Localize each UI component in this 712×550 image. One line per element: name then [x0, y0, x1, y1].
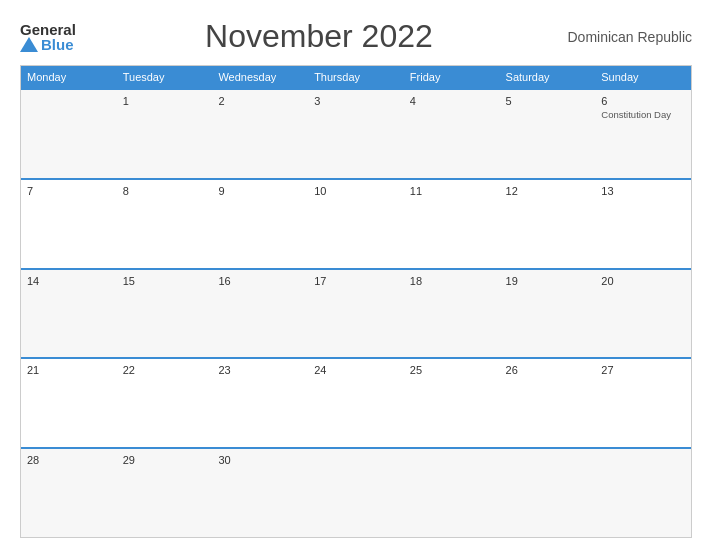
cell-w1-d4: 3: [308, 90, 404, 178]
day-number: 8: [123, 185, 207, 197]
week-4: 21222324252627: [21, 357, 691, 447]
day-number: 26: [506, 364, 590, 376]
day-number: 22: [123, 364, 207, 376]
col-friday: Friday: [404, 66, 500, 88]
country-label: Dominican Republic: [562, 29, 692, 45]
cell-w2-d7: 13: [595, 180, 691, 268]
day-number: 3: [314, 95, 398, 107]
cell-w1-d5: 4: [404, 90, 500, 178]
day-number: 25: [410, 364, 494, 376]
logo-blue-text: Blue: [41, 37, 74, 52]
col-monday: Monday: [21, 66, 117, 88]
header: General Blue November 2022 Dominican Rep…: [20, 18, 692, 55]
cell-w3-d1: 14: [21, 270, 117, 358]
logo-triangle-icon: [20, 37, 38, 52]
cell-w4-d1: 21: [21, 359, 117, 447]
logo-general-text: General: [20, 22, 76, 37]
day-number: 9: [218, 185, 302, 197]
day-number: 10: [314, 185, 398, 197]
col-tuesday: Tuesday: [117, 66, 213, 88]
cell-w3-d3: 16: [212, 270, 308, 358]
calendar-title: November 2022: [76, 18, 562, 55]
col-wednesday: Wednesday: [212, 66, 308, 88]
cell-w2-d6: 12: [500, 180, 596, 268]
day-number: 19: [506, 275, 590, 287]
cell-w3-d7: 20: [595, 270, 691, 358]
cell-w5-d6: [500, 449, 596, 537]
day-number: 15: [123, 275, 207, 287]
cell-w3-d4: 17: [308, 270, 404, 358]
cell-w2-d4: 10: [308, 180, 404, 268]
cell-w5-d5: [404, 449, 500, 537]
col-thursday: Thursday: [308, 66, 404, 88]
week-3: 14151617181920: [21, 268, 691, 358]
day-number: 11: [410, 185, 494, 197]
page: General Blue November 2022 Dominican Rep…: [0, 0, 712, 550]
day-number: 18: [410, 275, 494, 287]
cell-w2-d2: 8: [117, 180, 213, 268]
cell-w5-d4: [308, 449, 404, 537]
day-number: 5: [506, 95, 590, 107]
calendar-body: 123456Constitution Day789101112131415161…: [21, 88, 691, 537]
day-number: 23: [218, 364, 302, 376]
cell-w4-d3: 23: [212, 359, 308, 447]
logo: General Blue: [20, 22, 76, 52]
cell-w4-d4: 24: [308, 359, 404, 447]
day-number: 16: [218, 275, 302, 287]
cell-w5-d3: 30: [212, 449, 308, 537]
day-number: 21: [27, 364, 111, 376]
day-number: 1: [123, 95, 207, 107]
day-number: 24: [314, 364, 398, 376]
cell-w3-d2: 15: [117, 270, 213, 358]
day-number: 4: [410, 95, 494, 107]
cell-w5-d1: 28: [21, 449, 117, 537]
cell-w4-d6: 26: [500, 359, 596, 447]
cell-w4-d2: 22: [117, 359, 213, 447]
cell-w5-d2: 29: [117, 449, 213, 537]
week-1: 123456Constitution Day: [21, 88, 691, 178]
week-2: 78910111213: [21, 178, 691, 268]
cell-w5-d7: [595, 449, 691, 537]
logo-blue-row: Blue: [20, 37, 76, 52]
day-number: 13: [601, 185, 685, 197]
day-number: 29: [123, 454, 207, 466]
day-number: 12: [506, 185, 590, 197]
cell-w1-d6: 5: [500, 90, 596, 178]
calendar: Monday Tuesday Wednesday Thursday Friday…: [20, 65, 692, 538]
col-sunday: Sunday: [595, 66, 691, 88]
day-number: 30: [218, 454, 302, 466]
cell-w4-d7: 27: [595, 359, 691, 447]
cell-w2-d1: 7: [21, 180, 117, 268]
cell-w2-d5: 11: [404, 180, 500, 268]
day-number: 6: [601, 95, 685, 107]
day-number: 7: [27, 185, 111, 197]
cell-w3-d6: 19: [500, 270, 596, 358]
day-number: 14: [27, 275, 111, 287]
col-saturday: Saturday: [500, 66, 596, 88]
day-number: 27: [601, 364, 685, 376]
day-event: Constitution Day: [601, 109, 685, 120]
day-number: 2: [218, 95, 302, 107]
day-number: 20: [601, 275, 685, 287]
week-5: 282930: [21, 447, 691, 537]
calendar-header: Monday Tuesday Wednesday Thursday Friday…: [21, 66, 691, 88]
cell-w3-d5: 18: [404, 270, 500, 358]
cell-w2-d3: 9: [212, 180, 308, 268]
cell-w1-d7: 6Constitution Day: [595, 90, 691, 178]
cell-w1-d3: 2: [212, 90, 308, 178]
cell-w1-d2: 1: [117, 90, 213, 178]
day-number: 28: [27, 454, 111, 466]
day-number: 17: [314, 275, 398, 287]
cell-w4-d5: 25: [404, 359, 500, 447]
cell-w1-d1: [21, 90, 117, 178]
